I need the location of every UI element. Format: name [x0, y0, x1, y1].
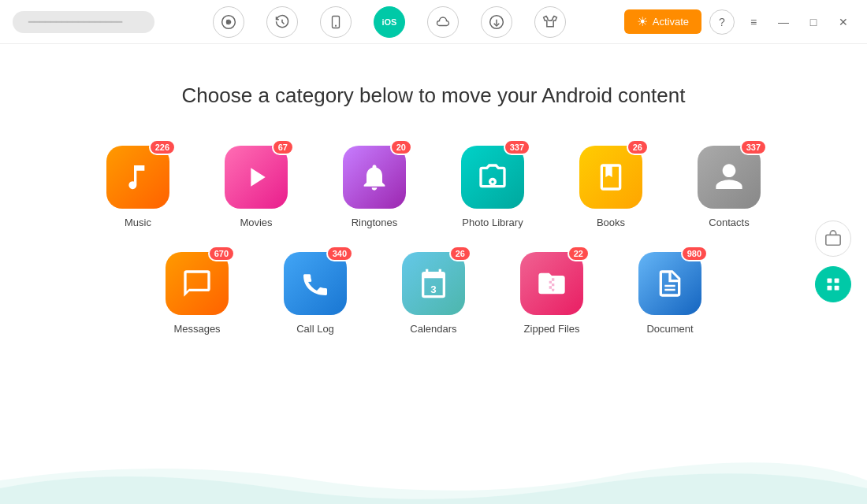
calendars-badge: 26 [449, 246, 471, 261]
ios-transfer-icon[interactable]: iOS [374, 6, 405, 38]
category-item-zipped-files[interactable]: 22 Zipped Files [512, 252, 591, 335]
zipped-files-icon-wrapper: 22 [520, 252, 583, 315]
side-buttons [815, 220, 851, 302]
svg-text:3: 3 [430, 284, 436, 295]
ringtones-label: Ringtones [352, 217, 398, 228]
messages-label: Messages [173, 323, 220, 335]
category-item-books[interactable]: 26 Books [571, 146, 650, 228]
contacts-label: Contacts [709, 217, 749, 228]
category-item-messages[interactable]: 670 Messages [158, 252, 236, 335]
activate-label: Activate [653, 16, 689, 28]
titlebar: ━━━━━━━━━━━━━━━━━ iOS [0, 0, 867, 44]
svg-rect-9 [828, 286, 832, 291]
category-grid: 226 Music 67 Movies 20 Ringtones [99, 146, 768, 335]
category-item-calendars[interactable]: 26 3 Calendars [394, 252, 473, 335]
menu-button[interactable]: ≡ [742, 11, 765, 33]
movies-badge: 67 [272, 139, 294, 155]
bottom-decoration [0, 441, 867, 504]
music-label: Music [125, 217, 151, 228]
music-badge: 226 [149, 139, 176, 155]
call-log-badge: 340 [326, 246, 353, 261]
download-icon[interactable] [481, 6, 512, 38]
maximize-button[interactable]: □ [802, 11, 824, 33]
movies-label: Movies [240, 217, 272, 228]
calendars-icon-wrapper: 26 3 [402, 252, 465, 315]
history-icon[interactable] [266, 6, 298, 38]
main-content: Choose a category below to move your And… [0, 44, 867, 335]
svg-rect-7 [828, 279, 832, 284]
call-log-label: Call Log [296, 323, 334, 335]
movies-icon-wrapper: 67 [225, 146, 288, 209]
category-item-call-log[interactable]: 340 Call Log [276, 252, 355, 335]
document-icon-wrapper: 980 [638, 252, 701, 315]
category-row-1: 226 Music 67 Movies 20 Ringtones [99, 146, 768, 228]
svg-rect-8 [835, 279, 839, 284]
music-transfer-icon[interactable] [213, 6, 244, 38]
minimize-button[interactable]: — [772, 11, 794, 33]
tshirt-icon[interactable] [534, 6, 566, 38]
titlebar-nav: iOS [213, 6, 566, 38]
photo-library-label: Photo Library [462, 217, 523, 228]
svg-rect-10 [835, 286, 839, 291]
messages-badge: 670 [208, 246, 235, 261]
svg-rect-6 [826, 235, 840, 245]
phone-icon[interactable] [320, 6, 352, 38]
side-toolbox-button[interactable] [815, 220, 851, 257]
category-item-ringtones[interactable]: 20 Ringtones [335, 146, 414, 228]
books-icon-wrapper: 26 [579, 146, 642, 209]
titlebar-left: ━━━━━━━━━━━━━━━━━ [13, 11, 154, 33]
contacts-badge: 337 [740, 139, 767, 155]
zipped-files-badge: 22 [567, 246, 590, 261]
zipped-files-label: Zipped Files [524, 323, 580, 335]
close-button[interactable]: ✕ [832, 11, 854, 33]
photo-library-icon-wrapper: 337 [461, 146, 524, 209]
ringtones-badge: 20 [390, 139, 412, 155]
sun-icon: ☀ [637, 14, 648, 29]
document-badge: 980 [681, 246, 708, 261]
category-item-photo-library[interactable]: 337 Photo Library [453, 146, 532, 228]
category-item-contacts[interactable]: 337 Contacts [690, 146, 768, 228]
activate-button[interactable]: ☀ Activate [624, 9, 701, 34]
category-item-document[interactable]: 980 Document [631, 252, 709, 335]
ringtones-icon-wrapper: 20 [343, 146, 406, 209]
help-button[interactable]: ? [709, 9, 735, 35]
side-grid-button[interactable] [815, 266, 851, 302]
document-label: Document [646, 323, 693, 335]
contacts-icon-wrapper: 337 [698, 146, 761, 209]
titlebar-right: ☀ Activate ? ≡ — □ ✕ [624, 9, 854, 35]
calendars-label: Calendars [410, 323, 456, 335]
music-icon-wrapper: 226 [106, 146, 169, 209]
category-item-music[interactable]: 226 Music [99, 146, 177, 228]
books-label: Books [597, 217, 625, 228]
device-name: ━━━━━━━━━━━━━━━━━ [13, 11, 154, 33]
books-badge: 26 [627, 139, 649, 155]
category-row-2: 670 Messages 340 Call Log 26 [158, 252, 709, 335]
call-log-icon-wrapper: 340 [284, 252, 347, 315]
photo-library-badge: 337 [504, 139, 530, 155]
category-item-movies[interactable]: 67 Movies [217, 146, 296, 228]
page-title: Choose a category below to move your And… [182, 83, 686, 108]
messages-icon-wrapper: 670 [166, 252, 229, 315]
cloud-icon[interactable] [427, 6, 459, 38]
